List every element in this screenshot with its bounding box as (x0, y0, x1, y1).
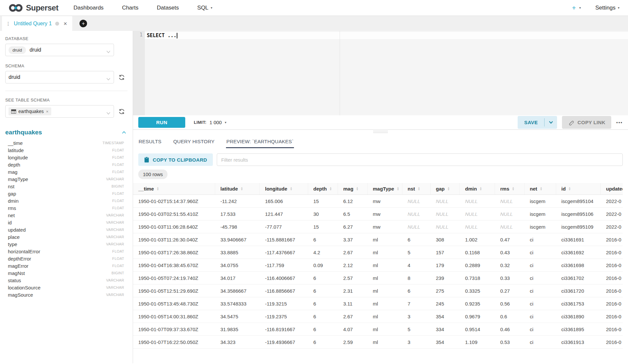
link-icon (568, 120, 574, 125)
schema-column-row-magsource: magSourceVARCHAR (0, 291, 133, 298)
nav-item-dashboards[interactable]: Dashboards (74, 5, 104, 11)
tab-drag-handle-icon[interactable]: ⋮ (6, 21, 11, 26)
tab-preview-earthquakes[interactable]: PREVIEW: `EARTHQUAKES` (226, 135, 294, 148)
table-cell: 0.53 (495, 336, 525, 348)
copy-link-label: COPY LINK (577, 120, 605, 125)
column-header-dmin[interactable]: dmin▲▼ (460, 183, 495, 194)
new-item-button[interactable]: + (572, 4, 576, 11)
column-name: type (8, 241, 17, 247)
column-header-updated[interactable]: updated▲▼ (601, 183, 623, 194)
column-type: VARCHAR (106, 242, 124, 246)
sort-icon: ▲▼ (397, 187, 399, 191)
refresh-schema-icon[interactable] (118, 74, 125, 81)
filter-results-input[interactable] (217, 153, 623, 166)
new-item-caret-icon[interactable]: ▾ (579, 6, 581, 10)
table-cell: 3 (402, 336, 431, 348)
table-tag-earthquakes[interactable]: earthquakes × (9, 107, 51, 115)
pane-resize-handle[interactable] (133, 130, 628, 134)
column-type: VARCHAR (106, 285, 124, 289)
table-cell: 1950-01-05T07:24:19.740Z (133, 272, 215, 284)
table-cell: 6 (402, 284, 431, 297)
column-name: magError (8, 263, 29, 269)
column-header-mag[interactable]: mag▲▼ (338, 183, 368, 194)
column-header-gap[interactable]: gap▲▼ (431, 183, 460, 194)
table-cell: ci (525, 310, 556, 323)
table-cell: ml (368, 323, 402, 335)
nav-item-sql[interactable]: SQL▾ (197, 5, 213, 11)
column-type: TIMESTAMP (102, 141, 124, 145)
editor-code-area[interactable]: SELECT ... (145, 31, 628, 115)
table-tag-close-icon[interactable]: × (46, 109, 49, 114)
column-type: FLOAT (112, 206, 124, 210)
table-cell: 0.9235 (460, 297, 495, 310)
table-cell: 2016-0 (601, 272, 623, 284)
refresh-tables-icon[interactable] (118, 108, 125, 115)
table-cell: 239 (431, 272, 460, 284)
table-row: 1950-01-03T11:26:30.040Z33.9406667-115.8… (133, 233, 623, 246)
column-type: FLOAT (112, 192, 124, 195)
schema-column-list: __timeTIMESTAMPlatitudeFLOATlongitudeFLO… (0, 139, 133, 298)
column-header-rms[interactable]: rms▲▼ (495, 183, 525, 194)
table-cell: NULL (460, 208, 495, 220)
table-select[interactable]: earthquakes × (5, 105, 114, 118)
settings-menu[interactable]: Settings ▾ (595, 5, 619, 11)
column-header-time[interactable]: __time▲▼ (133, 183, 215, 194)
collapse-chevron-up-icon[interactable] (122, 131, 126, 134)
schema-column-row-nst: nstBIGINT (0, 183, 133, 190)
table-cell: ci (525, 272, 556, 284)
limit-dropdown[interactable]: LIMIT: 1 000 ▾ (194, 120, 226, 125)
table-cell: -116.8856667 (260, 284, 308, 297)
tab-query-history[interactable]: QUERY HISTORY (173, 135, 215, 148)
column-header-longitude[interactable]: longitude▲▼ (260, 183, 308, 194)
table-cell: 308 (431, 233, 460, 246)
column-header-net[interactable]: net▲▼ (525, 183, 556, 194)
table-cell: -119.4936667 (260, 336, 308, 348)
table-cell: ci3361691 (556, 233, 601, 246)
table-cell: 1950-01-07T09:37:33.670Z (133, 323, 215, 335)
superset-logo[interactable]: Superset (9, 3, 58, 13)
table-cell: mw (368, 195, 402, 207)
table-cell: 1950-01-04T16:38:45.670Z (133, 259, 215, 271)
print-margin-line (340, 31, 340, 115)
table-cell: 2.57 (338, 272, 368, 284)
nav-item-datasets[interactable]: Datasets (157, 5, 179, 11)
tab-close-icon[interactable]: × (64, 21, 67, 27)
run-button[interactable]: RUN (138, 117, 185, 128)
copy-to-clipboard-button[interactable]: COPY TO CLIPBOARD (138, 153, 213, 166)
schema-label: SCHEMA (5, 63, 127, 68)
table-grid-icon (11, 109, 16, 114)
column-type: VARCHAR (106, 235, 124, 239)
database-select[interactable]: druid druid (5, 44, 114, 56)
column-header-nst[interactable]: nst▲▼ (402, 183, 431, 194)
add-tab-button[interactable]: + (79, 20, 87, 27)
nav-item-charts[interactable]: Charts (122, 5, 138, 11)
column-header-id[interactable]: id▲▼ (556, 183, 601, 194)
sql-editor[interactable]: 1 SELECT ... (133, 31, 628, 115)
more-actions-button[interactable]: ••• (616, 120, 623, 125)
column-name: depthError (8, 256, 31, 262)
column-type: FLOAT (112, 148, 124, 152)
column-name: nst (8, 184, 14, 189)
sort-desc-icon: ▼ (240, 189, 243, 191)
tab-results[interactable]: RESULTS (138, 135, 162, 148)
sort-desc-icon: ▼ (397, 189, 399, 191)
save-options-chevron-icon[interactable] (545, 116, 557, 129)
query-tab-untitled-query-1[interactable]: ⋮ Untitled Query 1 × (2, 16, 72, 31)
table-cell: 6 (308, 336, 338, 348)
navbar-right: + ▾ Settings ▾ (572, 4, 619, 11)
schema-select[interactable]: druid (5, 71, 114, 83)
table-cell: NULL (402, 195, 431, 207)
column-header-label: updated (606, 186, 623, 192)
column-header-depth[interactable]: depth▲▼ (308, 183, 338, 194)
table-cell: ci3361890 (556, 310, 601, 323)
save-button[interactable]: SAVE (518, 116, 544, 129)
table-cell: 354 (431, 310, 460, 323)
top-navbar: Superset DashboardsChartsDatasetsSQL▾ + … (0, 0, 628, 16)
copy-link-button[interactable]: COPY LINK (562, 116, 611, 129)
column-type: FLOAT (112, 199, 124, 203)
column-header-latitude[interactable]: latitude▲▼ (215, 183, 260, 194)
table-schema-panel-header[interactable]: earthquakes (0, 129, 133, 136)
schema-select-value: druid (9, 74, 20, 80)
sort-desc-icon: ▼ (512, 189, 515, 191)
column-header-magtype[interactable]: magType▲▼ (368, 183, 402, 194)
